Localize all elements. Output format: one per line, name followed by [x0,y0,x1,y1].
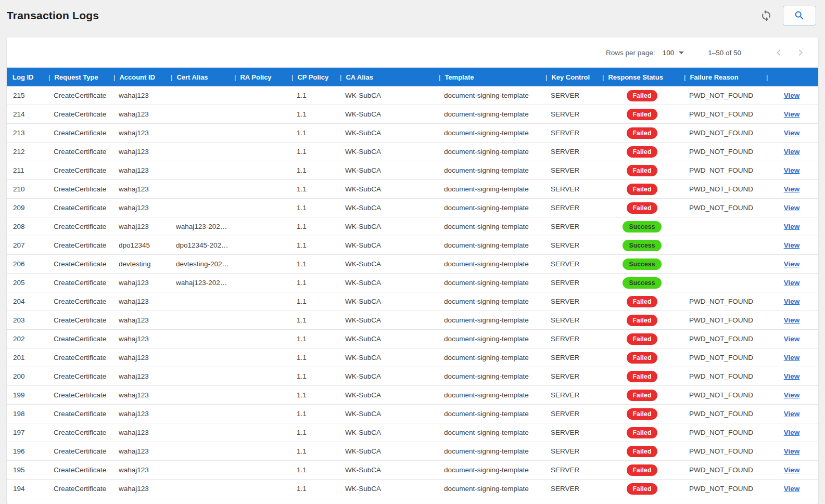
table-cell-failure_reason: PWD_NOT_FOUND [683,386,765,404]
prev-page-button[interactable] [772,46,785,59]
table-row: 209CreateCertificatewahaj1231.1WK-SubCAd… [7,199,818,217]
column-header-ra_policy: |RA Policy [233,73,290,81]
table-cell-cert_alias [170,105,233,123]
table-row: 203CreateCertificatewahaj1231.1WK-SubCAd… [7,311,818,330]
table-cell-response_status: Failed [601,124,683,142]
view-link[interactable]: View [784,316,800,324]
view-link[interactable]: View [784,335,800,343]
table-cell-ra_policy [233,386,290,404]
column-header-label: Response Status [608,73,663,81]
chevron-left-icon [772,46,785,59]
table-cell-request_type: CreateCertificate [47,330,112,348]
status-badge: Failed [627,146,658,158]
view-link[interactable]: View [784,410,800,418]
search-icon [794,10,805,21]
table-cell-cert_alias [170,124,233,142]
table-cell-cp_policy: 1.1 [290,292,339,311]
view-link[interactable]: View [784,447,800,455]
view-link[interactable]: View [784,298,800,305]
table-cell-account_id: wahaj123 [112,180,170,198]
table-cell-log_id: 214 [7,105,47,123]
table-cell-view: View [765,405,818,423]
table-cell-ra_policy [233,442,290,460]
view-link[interactable]: View [784,110,800,118]
view-link[interactable]: View [784,166,800,174]
table-cell-response_status: Failed [601,180,683,198]
column-header-label: CA Alias [346,73,373,81]
page-title: Transaction Logs [7,9,758,22]
table-cell-view: View [765,480,818,498]
caret-down-icon [679,51,684,54]
status-badge: Failed [627,184,658,195]
table-cell-cp_policy: 1.1 [290,180,339,198]
view-link[interactable]: View [784,372,800,380]
view-link[interactable]: View [784,185,800,193]
table-cell-cp_policy: 1.1 [290,367,339,385]
rows-per-page-select[interactable]: 100 [663,49,684,57]
view-link[interactable]: View [784,204,800,212]
view-link[interactable]: View [784,429,800,436]
table-cell-account_id: wahaj123 [112,274,170,292]
view-link[interactable]: View [784,279,800,287]
table-cell-account_id: wahaj123 [112,161,170,179]
status-badge: Failed [627,352,658,364]
table-cell-ca_alias: WK-SubCA [339,292,438,311]
status-badge: Failed [627,483,658,495]
table-row: 214CreateCertificatewahaj1231.1WK-SubCAd… [7,105,818,124]
table-cell-failure_reason: PWD_NOT_FOUND [683,405,765,423]
view-link[interactable]: View [784,223,800,230]
table-cell-failure_reason: PWD_NOT_FOUND [683,461,765,479]
view-link[interactable]: View [784,260,800,268]
table-cell-template: document-signing-template [438,217,544,236]
next-page-button[interactable] [794,46,807,59]
view-link[interactable]: View [784,485,800,493]
table-cell-response_status: Failed [601,143,683,161]
table-row: 194CreateCertificatewahaj1231.1WK-SubCAd… [7,480,818,498]
table-cell-ra_policy [233,161,290,179]
table-cell-cp_policy: 1.1 [290,236,339,254]
transaction-logs-card: Rows per page: 100 1–50 of 50 Log ID|Req… [7,37,818,504]
table-cell-ca_alias: WK-SubCA [339,405,438,423]
table-cell-template: document-signing-template [438,180,544,198]
table-cell-cp_policy: 1.1 [290,480,339,498]
status-badge: Failed [627,296,658,307]
view-link[interactable]: View [784,466,800,474]
view-link[interactable]: View [784,241,800,249]
table-cell-request_type: CreateCertificate [47,86,112,105]
table-cell-ca_alias: WK-SubCA [339,330,438,348]
view-link[interactable]: View [784,92,800,99]
table-cell-cert_alias [170,386,233,404]
table-cell-account_id: wahaj123 [112,143,170,161]
column-header-account_id: |Account ID [112,73,170,81]
table-cell-response_status: Failed [601,105,683,123]
table-cell-cert_alias: devtesting-202… [170,255,233,273]
view-link[interactable]: View [784,391,800,399]
table-cell-ra_policy [233,461,290,479]
table-cell-request_type: CreateCertificate [47,461,112,479]
search-button[interactable] [783,6,816,25]
table-cell-ca_alias: WK-SubCA [339,105,438,123]
table-cell-failure_reason: PWD_NOT_FOUND [683,348,765,367]
table-row: 212CreateCertificatewahaj1231.1WK-SubCAd… [7,143,818,161]
table-cell-key_control: SERVER [544,442,601,460]
view-link[interactable]: View [784,354,800,361]
table-cell-log_id: 198 [7,405,47,423]
table-cell-request_type: CreateCertificate [47,292,112,311]
table-cell-ca_alias: WK-SubCA [339,217,438,236]
status-badge: Failed [627,109,658,120]
table-cell-template: document-signing-template [438,311,544,329]
table-cell-ra_policy [233,199,290,217]
table-cell-account_id: wahaj123 [112,386,170,404]
refresh-button[interactable] [758,7,775,24]
table-cell-response_status: Failed [601,480,683,498]
table-cell-cp_policy: 1.1 [290,161,339,179]
view-link[interactable]: View [784,129,800,137]
table-cell-key_control: SERVER [544,161,601,179]
table-cell-log_id: 200 [7,367,47,385]
status-badge: Failed [627,165,658,176]
table-cell-template: document-signing-template [438,199,544,217]
table-cell-ra_policy [233,236,290,254]
view-link[interactable]: View [784,148,800,156]
table-cell-request_type: CreateCertificate [47,348,112,367]
table-cell-request_type: CreateCertificate [47,236,112,254]
